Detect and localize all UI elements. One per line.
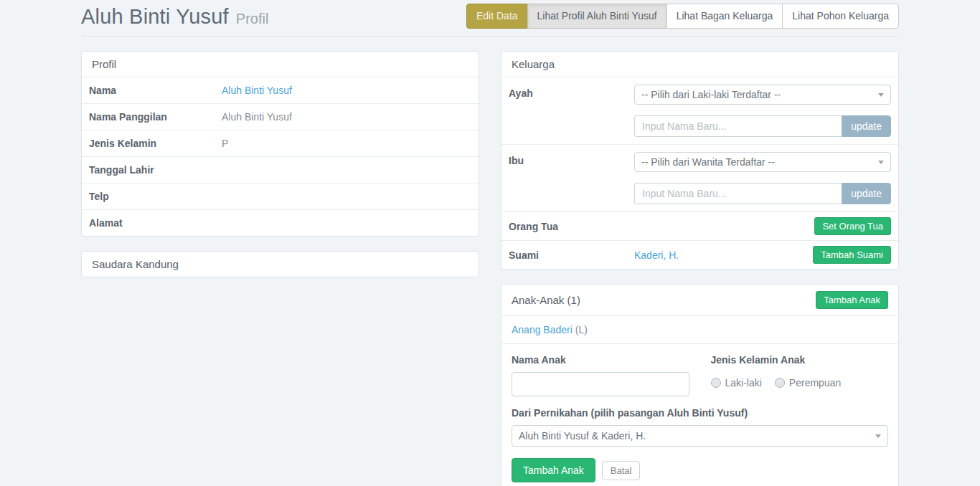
child-name-link[interactable]: Anang Baderi <box>512 324 573 335</box>
anak-anak-panel-title: Anak-Anak (1) <box>512 294 580 306</box>
profil-panel-title: Profil <box>82 52 479 77</box>
ayah-update-button[interactable]: update <box>842 115 891 137</box>
row-value: P <box>215 130 479 156</box>
left-column: Profil Nama Aluh Binti Yusuf Nama Panggi… <box>81 51 479 292</box>
radio-perempuan-label: Perempuan <box>789 377 841 389</box>
lihat-bagan-keluarga-button[interactable]: Lihat Bagan Keluarga <box>666 4 783 29</box>
pernikahan-select[interactable]: Aluh Binti Yusuf & Kaderi, H. <box>512 425 888 447</box>
ayah-label: Ayah <box>509 85 634 137</box>
keluarga-panel-title: Keluarga <box>501 52 898 77</box>
row-label: Telp <box>82 184 215 209</box>
batal-button[interactable]: Batal <box>602 461 641 480</box>
ibu-select[interactable]: -- Pilih dari Wanita Terdaftar -- <box>634 152 891 172</box>
tambah-anak-header-button[interactable]: Tambah Anak <box>816 291 888 309</box>
nama-anak-input[interactable] <box>512 372 689 396</box>
saudara-kandung-panel-title: Saudara Kandung <box>82 252 479 277</box>
nama-anak-label: Nama Anak <box>512 354 689 366</box>
lihat-pohon-keluarga-button[interactable]: Lihat Pohon Keluarga <box>782 4 899 29</box>
row-value <box>215 184 479 209</box>
table-row: Nama Aluh Binti Yusuf <box>82 77 479 103</box>
lihat-profil-button[interactable]: Lihat Profil Aluh Binti Yusuf <box>527 4 667 29</box>
suami-link[interactable]: Kaderi, H. <box>634 249 679 261</box>
radio-perempuan[interactable] <box>775 378 785 388</box>
orang-tua-row: Orang Tua Set Orang Tua <box>501 211 898 240</box>
content-columns: Profil Nama Aluh Binti Yusuf Nama Panggi… <box>81 51 899 486</box>
page-header: Aluh Binti Yusuf Profil Edit Data Lihat … <box>81 4 899 29</box>
table-row: Alamat <box>82 209 479 236</box>
ayah-row: Ayah -- Pilih dari Laki-laki Terdaftar -… <box>501 77 898 144</box>
ayah-nama-baru-input[interactable] <box>634 115 842 137</box>
jenis-kelamin-anak-label: Jenis Kelamin Anak <box>711 354 889 366</box>
right-column: Keluarga Ayah -- Pilih dari Laki-laki Te… <box>501 51 899 486</box>
set-orang-tua-button[interactable]: Set Orang Tua <box>814 217 891 235</box>
keluarga-panel: Keluarga Ayah -- Pilih dari Laki-laki Te… <box>501 51 899 270</box>
orang-tua-label: Orang Tua <box>509 221 634 232</box>
table-row: Jenis Kelamin P <box>82 130 479 156</box>
table-row: Tanggal Lahir <box>82 156 479 183</box>
page-subtitle: Profil <box>236 11 269 27</box>
child-gender-suffix: (L) <box>573 324 588 335</box>
row-value <box>215 157 479 183</box>
table-row: Telp <box>82 183 479 209</box>
edit-data-button[interactable]: Edit Data <box>466 4 528 29</box>
suami-label: Suami <box>509 249 634 261</box>
ibu-update-button[interactable]: update <box>842 183 891 204</box>
row-label: Nama <box>82 77 215 103</box>
title-wrap: Aluh Binti Yusuf Profil <box>81 4 268 29</box>
child-list-item: Anang Baderi (L) <box>501 315 898 343</box>
radio-laki-laki[interactable] <box>711 378 721 388</box>
saudara-kandung-panel: Saudara Kandung <box>81 251 479 277</box>
row-value <box>215 210 479 236</box>
profil-panel: Profil Nama Aluh Binti Yusuf Nama Panggi… <box>81 51 479 237</box>
row-label: Tanggal Lahir <box>82 157 215 183</box>
row-label: Alamat <box>82 210 215 236</box>
nama-link[interactable]: Aluh Binti Yusuf <box>222 85 292 96</box>
ibu-row: Ibu -- Pilih dari Wanita Terdaftar -- up… <box>501 144 898 211</box>
ibu-nama-baru-input[interactable] <box>634 183 842 204</box>
ayah-select[interactable]: -- Pilih dari Laki-laki Terdaftar -- <box>634 85 891 105</box>
radio-laki-laki-label: Laki-laki <box>725 377 762 389</box>
row-label: Jenis Kelamin <box>82 130 215 156</box>
page-title: Aluh Binti Yusuf <box>81 5 229 29</box>
table-row: Nama Panggilan Aluh Binti Yusuf <box>82 103 479 130</box>
dari-pernikahan-label: Dari Pernikahan (pilih pasangan Aluh Bin… <box>512 407 888 419</box>
page-container: Aluh Binti Yusuf Profil Edit Data Lihat … <box>81 0 899 486</box>
header-divider <box>81 36 899 37</box>
anak-anak-panel: Anak-Anak (1) Tambah Anak Anang Baderi (… <box>501 284 899 486</box>
tambah-anak-form: Nama Anak Jenis Kelamin Anak Laki-laki <box>501 343 898 486</box>
tambah-anak-submit-button[interactable]: Tambah Anak <box>512 458 595 482</box>
row-value: Aluh Binti Yusuf <box>215 104 479 130</box>
tambah-suami-button[interactable]: Tambah Suami <box>813 246 891 264</box>
suami-row: Suami Kaderi, H. Tambah Suami <box>501 240 898 269</box>
ibu-label: Ibu <box>509 152 634 204</box>
view-switch-button-group: Edit Data Lihat Profil Aluh Binti Yusuf … <box>466 4 899 29</box>
row-label: Nama Panggilan <box>82 104 215 130</box>
